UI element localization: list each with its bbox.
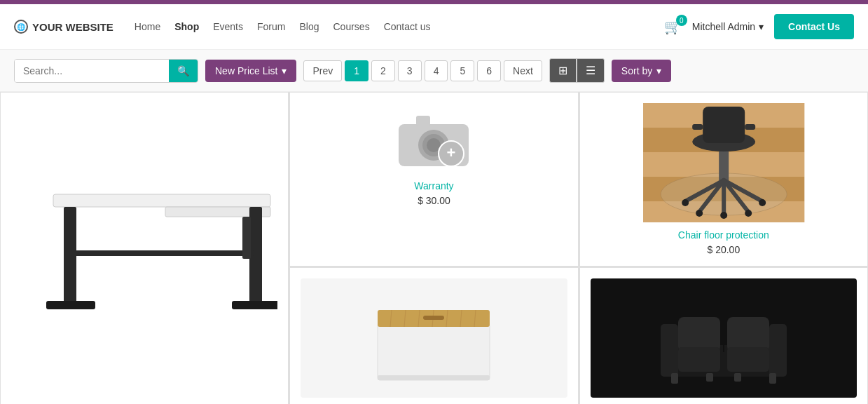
svg-rect-56	[671, 373, 678, 384]
svg-rect-55	[727, 347, 769, 372]
nav-home[interactable]: Home	[135, 21, 160, 32]
warranty-image: +	[392, 103, 476, 173]
svg-rect-58	[706, 373, 713, 382]
new-price-dropdown-icon: ▾	[282, 65, 287, 76]
logo-text: YOUR WEBSITE	[32, 21, 113, 33]
sort-by-label: Sort by	[621, 65, 652, 76]
svg-rect-59	[734, 373, 741, 382]
product-grid: + Warranty $ 30.00	[0, 92, 868, 404]
cart-button[interactable]: 🛒 0	[664, 18, 682, 35]
toolbar: 🔍 New Price List ▾ Prev 1 2 3 4 5 6 Next…	[0, 50, 868, 92]
list-view-button[interactable]: ☰	[577, 58, 605, 83]
logo[interactable]: 🌐 YOUR WEBSITE	[14, 20, 113, 34]
new-price-list-button[interactable]: New Price List ▾	[205, 60, 296, 82]
sort-by-icon: ▾	[656, 65, 661, 76]
product-card-warranty[interactable]: + Warranty $ 30.00	[289, 92, 578, 267]
svg-point-31	[745, 210, 752, 217]
svg-rect-47	[423, 316, 444, 320]
svg-rect-48	[378, 375, 490, 380]
svg-rect-6	[71, 250, 254, 256]
nav-events[interactable]: Events	[213, 21, 243, 32]
svg-rect-53	[727, 317, 769, 352]
svg-rect-7	[242, 217, 251, 259]
svg-point-28	[682, 199, 689, 206]
sofa-image	[591, 278, 857, 398]
svg-rect-50	[661, 324, 678, 377]
prev-button[interactable]: Prev	[303, 60, 342, 81]
page-5[interactable]: 5	[450, 60, 474, 81]
nav-blog[interactable]: Blog	[299, 21, 319, 32]
page-6[interactable]: 6	[477, 60, 501, 81]
page-2[interactable]: 2	[371, 60, 395, 81]
svg-point-32	[720, 212, 727, 219]
user-menu[interactable]: Mitchell Admin ▾	[692, 21, 764, 32]
view-buttons: ⊞ ☰	[549, 58, 605, 83]
grid-view-button[interactable]: ⊞	[549, 58, 577, 83]
search-container: 🔍	[14, 59, 198, 83]
svg-rect-54	[678, 347, 720, 372]
chair-floor-name: Chair floor protection	[678, 229, 769, 241]
svg-text:+: +	[447, 144, 456, 161]
page-3[interactable]: 3	[398, 60, 422, 81]
svg-rect-37	[378, 324, 490, 380]
svg-point-29	[759, 199, 766, 206]
svg-rect-0	[53, 194, 270, 207]
header-right: 🛒 0 Mitchell Admin ▾ Contact Us	[664, 14, 854, 39]
product-card-storage[interactable]	[289, 267, 578, 404]
logo-icon: 🌐	[14, 20, 28, 34]
nav-forum[interactable]: Forum	[257, 21, 285, 32]
main-nav: Home Shop Events Forum Blog Courses Cont…	[135, 21, 664, 32]
contact-button[interactable]: Contact Us	[774, 14, 854, 39]
new-price-list-label: New Price List	[215, 65, 277, 76]
svg-rect-3	[46, 301, 95, 309]
svg-rect-34	[703, 107, 745, 143]
chair-floor-price: $ 20.00	[707, 244, 740, 255]
product-card-sofa[interactable]	[579, 267, 868, 404]
warranty-name: Warranty	[414, 180, 453, 191]
chair-image	[591, 103, 857, 222]
warranty-price: $ 30.00	[418, 195, 450, 206]
svg-rect-35	[692, 124, 703, 130]
desk-image	[11, 103, 277, 342]
nav-courses[interactable]: Courses	[333, 21, 370, 32]
search-button[interactable]: 🔍	[169, 60, 198, 82]
svg-point-30	[696, 210, 703, 217]
product-card-desk[interactable]	[0, 92, 289, 404]
user-name: Mitchell Admin	[692, 21, 755, 32]
storage-image	[301, 278, 567, 398]
svg-rect-36	[745, 124, 755, 130]
header: 🌐 YOUR WEBSITE Home Shop Events Forum Bl…	[0, 4, 868, 50]
search-input[interactable]	[15, 60, 169, 82]
nav-contact-us[interactable]: Contact us	[384, 21, 431, 32]
page-1[interactable]: 1	[345, 60, 368, 81]
next-button[interactable]: Next	[504, 60, 542, 81]
user-dropdown-icon: ▾	[759, 21, 764, 32]
sort-by-button[interactable]: Sort by ▾	[612, 60, 671, 82]
svg-rect-5	[232, 301, 277, 309]
svg-rect-51	[769, 324, 787, 377]
cart-badge: 0	[676, 15, 687, 26]
svg-rect-52	[678, 317, 720, 352]
pagination: Prev 1 2 3 4 5 6 Next	[303, 60, 542, 81]
svg-rect-12	[416, 116, 430, 126]
nav-shop[interactable]: Shop	[174, 21, 199, 32]
page-4[interactable]: 4	[425, 60, 448, 81]
svg-rect-57	[769, 373, 776, 384]
product-card-chair[interactable]: Chair floor protection $ 20.00	[579, 92, 868, 267]
